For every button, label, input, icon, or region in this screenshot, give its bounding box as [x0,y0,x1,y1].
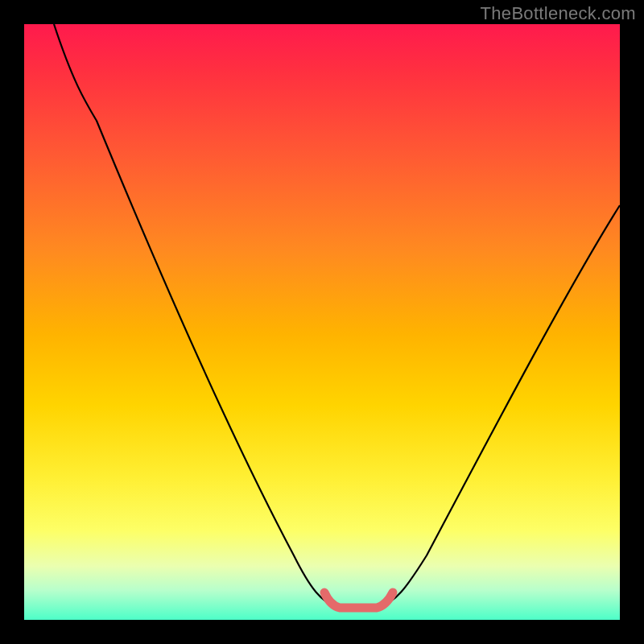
bottleneck-curve-path [54,24,620,607]
plot-area [24,24,620,620]
chart-frame: TheBottleneck.com [0,0,644,644]
optimal-range-path [324,592,393,608]
chart-svg [24,24,620,620]
watermark-text: TheBottleneck.com [481,3,636,24]
